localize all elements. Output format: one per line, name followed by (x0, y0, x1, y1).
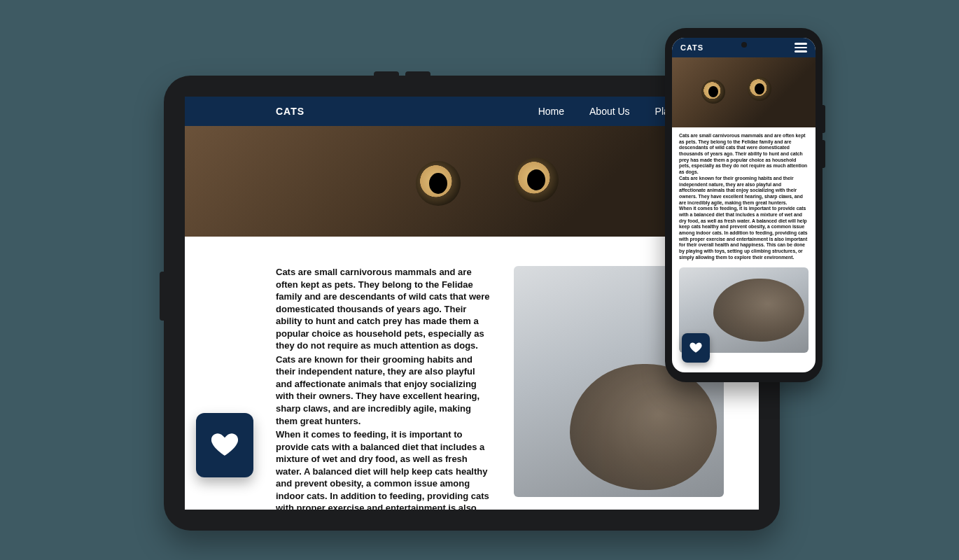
phone-article-text: Cats are small carnivorous mammals and a… (672, 127, 816, 265)
cat-eye-icon (701, 80, 725, 104)
article-paragraph: When it comes to feeding, it is importan… (276, 428, 493, 510)
article-paragraph: When it comes to feeding, it is importan… (679, 206, 808, 260)
tablet-volume-down (405, 71, 430, 76)
cat-eye-icon (748, 77, 771, 101)
nav-about[interactable]: About Us (589, 106, 630, 117)
tablet-article-text: Cats are small carnivorous mammals and a… (276, 266, 493, 489)
favorite-button[interactable] (196, 413, 253, 477)
phone-side-button (822, 140, 825, 168)
tablet-side-button (160, 272, 164, 321)
favorite-button[interactable] (682, 333, 710, 363)
phone-screen: CATS Cats are small carnivorous mammals … (672, 38, 816, 372)
article-paragraph: Cats are small carnivorous mammals and a… (276, 266, 493, 352)
hamburger-menu-icon[interactable] (794, 43, 807, 52)
cat-eye-icon (416, 161, 461, 206)
tablet-volume-up (374, 71, 399, 76)
phone-navbar: CATS (672, 38, 816, 57)
article-paragraph: Cats are known for their grooming habits… (276, 354, 493, 427)
heart-icon (211, 431, 239, 459)
phone-side-button (822, 105, 825, 133)
heart-icon (690, 342, 702, 354)
phone-device: CATS Cats are small carnivorous mammals … (665, 28, 822, 382)
phone-camera-icon (741, 42, 747, 48)
cat-eye-icon (514, 158, 559, 202)
brand-logo: CATS (276, 106, 304, 117)
phone-hero-image (672, 57, 816, 127)
article-paragraph: Cats are small carnivorous mammals and a… (679, 133, 808, 176)
article-paragraph: Cats are known for their grooming habits… (679, 176, 808, 206)
brand-logo: CATS (680, 43, 704, 52)
nav-home[interactable]: Home (538, 106, 564, 117)
